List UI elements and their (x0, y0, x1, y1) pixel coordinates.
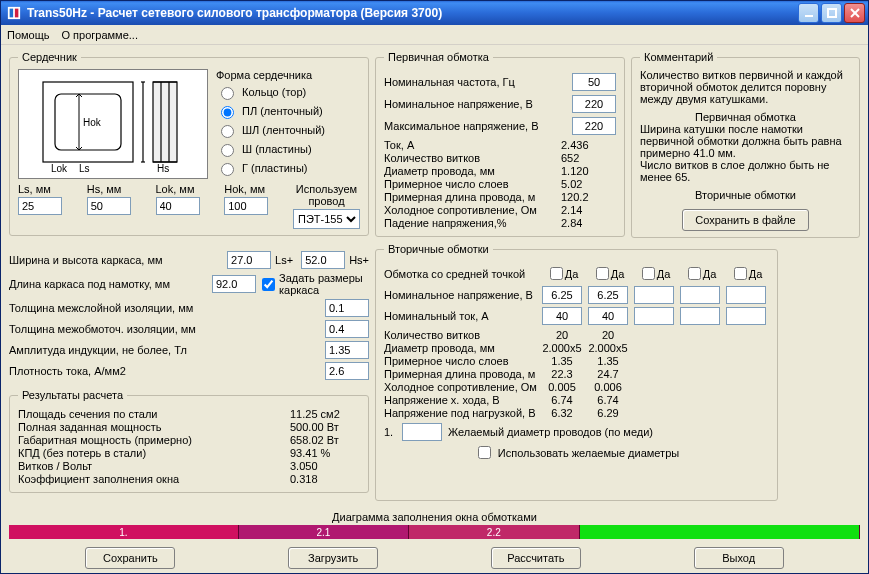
sec-value: 1.35 (539, 355, 585, 367)
core-form-label: Форма сердечника (216, 69, 325, 81)
load-button[interactable]: Загрузить (288, 547, 378, 569)
minimize-button[interactable] (798, 3, 819, 23)
maximize-button[interactable] (821, 3, 842, 23)
result-label: Витков / Вольт (18, 460, 290, 472)
result-label: КПД (без потерь в стали) (18, 447, 290, 459)
sec-value: 2.000x5 (539, 342, 585, 354)
set-frame-checkbox[interactable] (262, 278, 275, 291)
result-value: 11.25 см2 (290, 408, 360, 420)
menu-help[interactable]: Помощь (7, 29, 50, 41)
primary-value: 2.84 (561, 217, 616, 229)
primary-value: 2.436 (561, 139, 616, 151)
results-fieldset: Результаты расчета Площадь сечения по ст… (9, 389, 369, 493)
close-button[interactable] (844, 3, 865, 23)
exit-button[interactable]: Выход (694, 547, 784, 569)
sec-ct-checkbox[interactable] (550, 267, 563, 280)
result-label: Площадь сечения по стали (18, 408, 290, 420)
save-comment-button[interactable]: Сохранить в файле (682, 209, 808, 231)
primary-label: Примерная длина провода, м (384, 191, 561, 203)
sec-value: 20 (585, 329, 631, 341)
primary-label: Примерное число слоев (384, 178, 561, 190)
sec-label: Напряжение х. хода, В (384, 394, 539, 406)
sec-label: Диаметр провода, мм (384, 342, 539, 354)
primary-value: 2.14 (561, 204, 616, 216)
radio-sh[interactable]: Ш (пластины) (216, 141, 325, 157)
sec-value: 24.7 (585, 368, 631, 380)
lok-input[interactable] (156, 197, 200, 215)
fill-diagram: 1. 2.1 2.2 (9, 525, 860, 539)
window-title: Trans50Hz - Расчет сетевого силового тра… (27, 6, 798, 20)
sec-value: 20 (539, 329, 585, 341)
sec-label: Примерная длина провода, м (384, 368, 539, 380)
comment-fieldset: Комментарий Количество витков первичной … (631, 51, 860, 238)
svg-rect-4 (828, 9, 836, 17)
radio-ring[interactable]: Кольцо (тор) (216, 84, 325, 100)
result-value: 500.00 Вт (290, 421, 360, 433)
radio-g[interactable]: Г (пластины) (216, 160, 325, 176)
sec-value: 22.3 (539, 368, 585, 380)
sec-value: 6.32 (539, 407, 585, 419)
sec-value: 2.000x5 (585, 342, 631, 354)
induction-input[interactable] (325, 341, 369, 359)
frame-len-input[interactable] (212, 275, 256, 293)
primary-label: Диаметр провода, мм (384, 165, 561, 177)
use-wish-checkbox[interactable] (478, 446, 491, 459)
result-value: 93.41 % (290, 447, 360, 459)
primary-value: 5.02 (561, 178, 616, 190)
primary-vmax-input[interactable] (572, 117, 616, 135)
primary-label: Ток, А (384, 139, 561, 151)
sec-value: 0.006 (585, 381, 631, 393)
frame-h-input[interactable] (301, 251, 345, 269)
app-icon (6, 5, 22, 21)
sec-i-input[interactable] (588, 307, 628, 325)
density-input[interactable] (325, 362, 369, 380)
svg-rect-1 (10, 9, 14, 18)
radio-pl[interactable]: ПЛ (ленточный) (216, 103, 325, 119)
result-value: 0.318 (290, 473, 360, 485)
intercoil-input[interactable] (325, 320, 369, 338)
svg-text:Hs: Hs (157, 163, 169, 174)
svg-rect-9 (153, 82, 177, 162)
primary-label: Холодное сопротивление, Ом (384, 204, 561, 216)
interlayer-input[interactable] (325, 299, 369, 317)
sec-label: Примерное число слоев (384, 355, 539, 367)
radio-shl[interactable]: ШЛ (ленточный) (216, 122, 325, 138)
sec-ct-checkbox[interactable] (596, 267, 609, 280)
primary-label: Падение напряжения,% (384, 217, 561, 229)
core-fieldset: Сердечник (9, 51, 369, 236)
sec-v-input[interactable] (542, 286, 582, 304)
sec-i-input[interactable] (542, 307, 582, 325)
hs-input[interactable] (87, 197, 131, 215)
calc-button[interactable]: Рассчитать (491, 547, 581, 569)
svg-rect-2 (15, 9, 19, 18)
core-legend: Сердечник (18, 51, 81, 63)
result-value: 658.02 Вт (290, 434, 360, 446)
wire-select[interactable]: ПЭТ-155 (293, 209, 360, 229)
sec-label: Количество витков (384, 329, 539, 341)
frame-w-input[interactable] (227, 251, 271, 269)
hok-input[interactable] (224, 197, 268, 215)
sec-label: Напряжение под нагрузкой, В (384, 407, 539, 419)
result-label: Габаритная мощность (примерно) (18, 434, 290, 446)
sec-value: 0.005 (539, 381, 585, 393)
primary-label: Количество витков (384, 152, 561, 164)
primary-value: 120.2 (561, 191, 616, 203)
primary-value: 1.120 (561, 165, 616, 177)
primary-freq-input[interactable] (572, 73, 616, 91)
sec-value: 6.29 (585, 407, 631, 419)
save-button[interactable]: Сохранить (85, 547, 175, 569)
sec-label: Холодное сопротивление, Ом (384, 381, 539, 393)
svg-text:Ls: Ls (79, 163, 90, 174)
primary-vnom-input[interactable] (572, 95, 616, 113)
result-label: Коэффициент заполнения окна (18, 473, 290, 485)
result-label: Полная заданная мощность (18, 421, 290, 433)
sec-v-input[interactable] (588, 286, 628, 304)
core-diagram: Hok Lok Ls Hs (18, 69, 208, 179)
svg-text:Hok: Hok (83, 117, 102, 128)
result-value: 3.050 (290, 460, 360, 472)
wish-diam-input[interactable] (402, 423, 442, 441)
sec-value: 6.74 (539, 394, 585, 406)
menu-about[interactable]: О программе... (62, 29, 138, 41)
sec-value: 6.74 (585, 394, 631, 406)
ls-input[interactable] (18, 197, 62, 215)
